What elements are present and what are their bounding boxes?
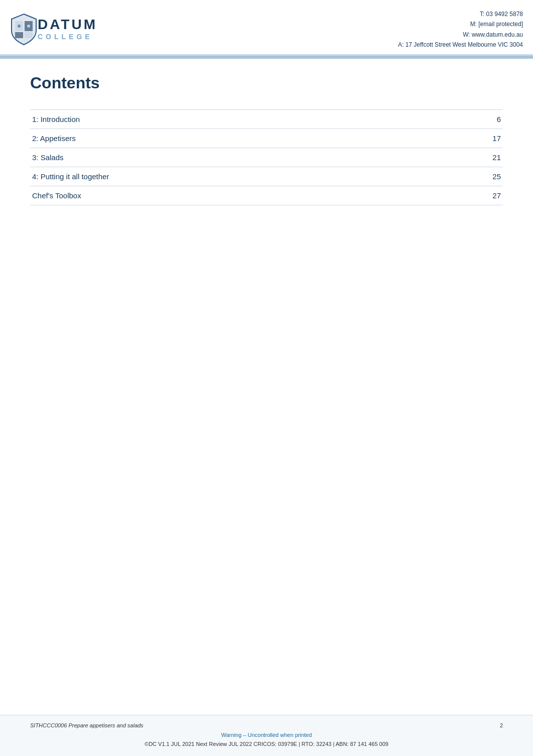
toc-title-4: 4: Putting it all together [32, 172, 486, 181]
toc-page-5: 27 [486, 191, 501, 200]
toc-title-1: 1: Introduction [32, 115, 486, 123]
toc-title-5: Chef's Toolbox [32, 191, 486, 200]
logo-text: DATUM COLLEGE [38, 18, 97, 41]
toc-page-3: 21 [486, 153, 501, 162]
website-line: W: www.datum.edu.au [463, 30, 523, 40]
page-footer: SITHCCC0006 Prepare appetisers and salad… [0, 715, 533, 756]
svg-rect-3 [25, 32, 33, 38]
footer-top-row: SITHCCC0006 Prepare appetisers and salad… [30, 722, 503, 728]
shield-icon [10, 13, 38, 46]
contents-heading: Contents [30, 74, 503, 94]
toc-item-5: Chef's Toolbox 27 [30, 186, 503, 205]
table-of-contents: 1: Introduction 6 2: Appetisers 17 3: Sa… [30, 109, 503, 205]
svg-rect-2 [15, 32, 23, 38]
logo-section: DATUM COLLEGE [0, 5, 130, 54]
toc-page-2: 17 [486, 134, 501, 143]
toc-page-1: 6 [486, 115, 501, 123]
svg-point-5 [27, 25, 30, 28]
footer-course-info: SITHCCC0006 Prepare appetisers and salad… [30, 722, 144, 728]
toc-item-4: 4: Putting it all together 25 [30, 167, 503, 186]
toc-item-2: 2: Appetisers 17 [30, 129, 503, 148]
main-content: Contents 1: Introduction 6 2: Appetisers… [0, 59, 533, 245]
college-wordmark: COLLEGE [38, 33, 97, 41]
mobile-line: M: [email protected] [470, 19, 523, 29]
footer-page-number: 2 [500, 722, 503, 728]
contact-info: T: 03 9492 5878 M: [email protected] W: … [130, 5, 533, 54]
page-header: DATUM COLLEGE T: 03 9492 5878 M: [email … [0, 0, 533, 56]
svg-point-4 [18, 25, 21, 28]
datum-wordmark: DATUM [38, 18, 97, 32]
toc-item-3: 3: Salads 21 [30, 148, 503, 167]
footer-copyright: ©DC V1.1 JUL 2021 Next Review JUL 2022 C… [30, 739, 503, 749]
toc-item-1: 1: Introduction 6 [30, 109, 503, 129]
toc-title-3: 3: Salads [32, 153, 486, 162]
footer-center: Warning – Uncontrolled when printed ©DC … [30, 730, 503, 749]
footer-warning: Warning – Uncontrolled when printed [30, 730, 503, 740]
toc-page-4: 25 [486, 172, 501, 181]
toc-title-2: 2: Appetisers [32, 134, 486, 143]
phone-line: T: 03 9492 5878 [480, 9, 523, 19]
address-line: A: 17 Jeffcott Street West Melbourne VIC… [398, 40, 523, 50]
